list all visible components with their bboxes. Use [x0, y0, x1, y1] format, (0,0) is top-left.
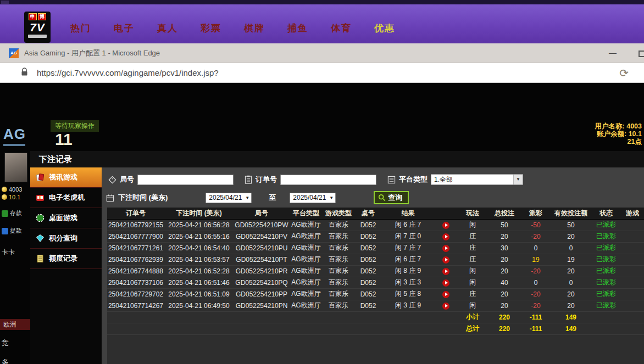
jing-menu-item[interactable]: 竞: [2, 338, 9, 348]
cell-result: 闲 7 庄 0: [382, 231, 434, 242]
menu-item-table-games[interactable]: 桌面游戏: [30, 208, 102, 228]
table-row: 250421067744888 2025-04-21 06:52:28 GD05…: [107, 265, 644, 277]
browser-favicon-icon: AG: [9, 48, 19, 58]
cell-order: 250421067792155: [107, 219, 164, 231]
europe-hall-band[interactable]: 欧洲: [0, 319, 30, 330]
table-row: 250421067777900 2025-04-21 06:55:16 GD05…: [107, 231, 644, 242]
replay-button[interactable]: [442, 233, 449, 240]
cell-platform: AG欧洲厅: [290, 231, 323, 242]
col-order: 订单号: [107, 208, 164, 219]
cell-round: GD052254210PT: [234, 254, 290, 265]
cell-round: GD052254210PV: [234, 231, 290, 242]
col-status: 状态: [591, 208, 621, 219]
replay-button[interactable]: [442, 279, 449, 287]
table-row: 250421067771261 2025-04-21 06:54:40 GD05…: [107, 242, 644, 254]
casino-logo[interactable]: 申 博 7V: [24, 12, 51, 43]
duo-menu-item[interactable]: 多: [2, 357, 9, 364]
minimize-button[interactable]: —: [609, 48, 617, 57]
refresh-icon[interactable]: ⟳: [619, 66, 629, 80]
nav-item-lottery[interactable]: 彩票: [201, 22, 221, 35]
withdraw-button[interactable]: 提款: [2, 227, 22, 235]
cell-order: 250421067714267: [107, 300, 164, 311]
total-total-bet: 220: [488, 323, 521, 334]
logo-badge-2: 博: [38, 13, 46, 20]
search-button[interactable]: 查询: [374, 191, 409, 204]
cell-total-bet: 30: [488, 242, 521, 254]
lobby-left-strip: 4003 10.1 存款 提款 卡卡 欧洲 竞 多: [0, 138, 30, 364]
cell-round: GD052254210PW: [234, 219, 290, 231]
cash-balance: 10.1: [2, 194, 20, 200]
nav-item-fishing[interactable]: 捕鱼: [287, 22, 308, 35]
maximize-button[interactable]: [639, 51, 644, 57]
cell-round: GD052254210PR: [234, 265, 290, 277]
replay-button[interactable]: [442, 303, 449, 310]
cell-game-type: 百家乐: [323, 231, 354, 242]
current-game-text: 21点: [595, 138, 642, 145]
nav-item-sports[interactable]: 体育: [331, 22, 352, 35]
bet-records-table: 订单号 下注时间 (美东) 局号 平台类型 游戏类型 桌号 结果 玩法 总: [107, 208, 644, 364]
cell-order: 250421067777900: [107, 231, 164, 242]
withdraw-icon: [2, 228, 8, 234]
browser-url-bar[interactable]: https://gci.7vvvvvv.com/agingame/pcv1/in…: [0, 63, 644, 83]
nav-item-cards[interactable]: 棋牌: [244, 22, 265, 35]
cell-order: 250421067762939: [107, 254, 164, 265]
logo-text: 7V: [24, 20, 51, 35]
cell-valid-bet: 20: [551, 231, 591, 242]
cell-game-type: 百家乐: [323, 254, 354, 265]
cell-table-no: D052: [354, 300, 382, 311]
replay-button[interactable]: [442, 222, 449, 229]
bet-time-label: 下注时间 (美东): [118, 193, 168, 203]
table-row: 250421067737106 2025-04-21 06:51:46 GD05…: [107, 277, 644, 288]
replay-button[interactable]: [442, 291, 449, 298]
cell-table-no: D052: [354, 277, 382, 288]
replay-button[interactable]: [442, 256, 449, 264]
cell-valid-bet: 0: [551, 242, 591, 254]
order-no-input[interactable]: [280, 175, 376, 185]
cell-status: 已派彩: [591, 254, 621, 265]
round-no-input[interactable]: [137, 175, 234, 185]
calendar-icon: [106, 194, 114, 202]
cell-order: 250421067771261: [107, 242, 164, 254]
table-row: 250421067762939 2025-04-21 06:53:57 GD05…: [107, 254, 644, 265]
url-text[interactable]: https://gci.7vvvvvv.com/agingame/pcv1/in…: [37, 68, 219, 77]
cell-table-no: D052: [354, 288, 382, 300]
cell-status: 已派彩: [591, 265, 621, 277]
cell-platform: AG欧洲厅: [290, 300, 323, 311]
replay-button[interactable]: [442, 268, 449, 275]
deposit-button[interactable]: 存款: [2, 209, 22, 217]
menu-item-credit-records[interactable]: 额度记录: [30, 249, 102, 269]
nav-item-hot[interactable]: 热门: [70, 22, 91, 35]
cell-platform: AG欧洲厅: [290, 219, 323, 231]
cell-round: GD052254210PU: [234, 242, 290, 254]
menu-item-points-query[interactable]: 积分查询: [30, 228, 102, 249]
col-time: 下注时间 (美东): [164, 208, 234, 219]
nav-item-slots[interactable]: 电子: [114, 22, 135, 35]
cell-platform: AG欧洲厅: [290, 254, 323, 265]
cell-round: GD052254210PP: [234, 288, 290, 300]
modal-content: 局号 订单号 平台类型 1.全部 ▼: [102, 167, 644, 364]
date-to-picker[interactable]: 2025/04/21 ▼: [290, 193, 336, 203]
nav-item-promo[interactable]: 优惠: [374, 22, 395, 35]
col-game-type: 游戏类型: [323, 208, 354, 219]
subtotal-payout: -111: [521, 311, 551, 323]
date-from-picker[interactable]: 2025/04/21 ▼: [206, 193, 252, 203]
search-icon: [378, 194, 386, 201]
cell-time: 2025-04-21 06:52:28: [164, 265, 234, 277]
cell-game-type: 百家乐: [323, 219, 354, 231]
platform-type-select[interactable]: 1.全部 ▼: [431, 174, 523, 185]
col-table-no: 桌号: [354, 208, 382, 219]
cell-result: 闲 3 庄 9: [382, 300, 434, 311]
replay-button[interactable]: [442, 245, 449, 252]
cell-payout: -20: [521, 288, 551, 300]
card-menu-item[interactable]: 卡卡: [2, 248, 15, 257]
subtotal-total-bet: 220: [488, 311, 521, 323]
menu-item-slot-machine[interactable]: 电子老虎机: [30, 188, 102, 208]
col-result: 结果: [382, 208, 434, 219]
cell-table-no: D052: [354, 254, 382, 265]
nav-item-live[interactable]: 真人: [157, 22, 178, 35]
cell-result: 闲 6 庄 7: [382, 219, 434, 231]
browser-title-bar: AG Asia Gaming - 用户配置 1 - Microsoft Edge: [0, 43, 644, 63]
chevron-down-icon: ▼: [513, 175, 523, 184]
menu-item-live-games[interactable]: 视讯游戏: [30, 167, 102, 188]
total-valid-bet: 149: [551, 323, 591, 334]
